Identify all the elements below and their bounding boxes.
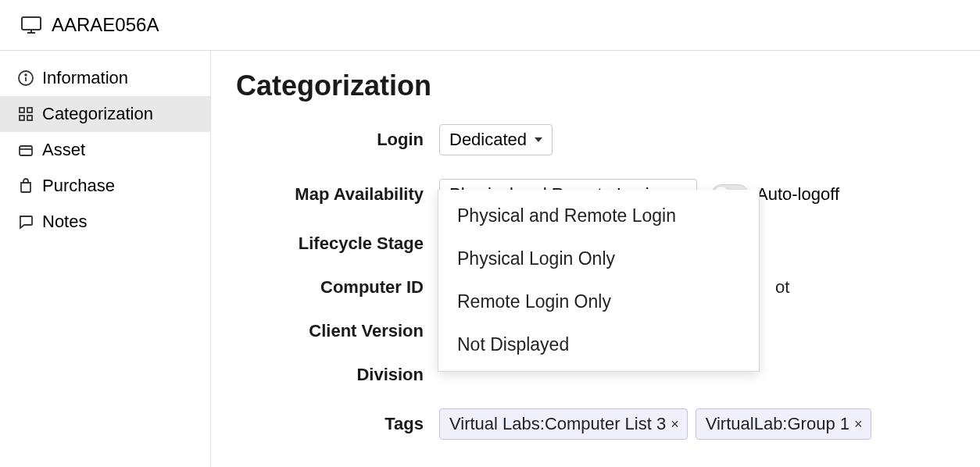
- login-label: Login: [236, 130, 439, 150]
- sidebar-item-label: Asset: [42, 140, 85, 160]
- form-row-login: Login Dedicated: [236, 124, 974, 155]
- monitor-icon: [20, 16, 42, 34]
- sidebar-item-label: Purchase: [42, 176, 115, 196]
- map-availability-label: Map Availability: [236, 184, 439, 205]
- caret-down-icon: [535, 137, 542, 142]
- info-icon: [17, 70, 34, 87]
- tag-chip-label: VirtualLab:Group 1: [706, 414, 849, 434]
- map-availability-dropdown-menu: Physical and Remote Login Physical Login…: [438, 190, 760, 372]
- svg-point-5: [25, 74, 27, 76]
- tag-remove-icon[interactable]: ×: [854, 417, 863, 431]
- svg-rect-8: [20, 116, 24, 120]
- client-version-label: Client Version: [236, 321, 439, 341]
- sidebar-item-label: Information: [42, 68, 128, 88]
- tags-label: Tags: [236, 414, 439, 434]
- svg-rect-10: [20, 146, 32, 155]
- sidebar-item-notes[interactable]: Notes: [0, 204, 210, 240]
- page-header-title: AARAE056A: [52, 14, 159, 36]
- tag-remove-icon[interactable]: ×: [671, 417, 679, 431]
- sidebar-item-information[interactable]: Information: [0, 60, 210, 96]
- notes-icon: [17, 213, 34, 230]
- dropdown-option[interactable]: Not Displayed: [438, 323, 759, 366]
- login-dropdown[interactable]: Dedicated: [439, 124, 553, 155]
- purchase-icon: [17, 177, 34, 194]
- svg-rect-0: [22, 17, 41, 30]
- division-label: Division: [236, 365, 439, 385]
- tag-chip-label: Virtual Labs:Computer List 3: [449, 414, 666, 434]
- computer-id-label: Computer ID: [236, 277, 439, 298]
- asset-icon: [17, 141, 34, 159]
- sidebar-item-label: Notes: [42, 212, 87, 232]
- dropdown-option[interactable]: Remote Login Only: [438, 280, 759, 323]
- svg-rect-9: [27, 116, 32, 120]
- login-dropdown-value: Dedicated: [449, 130, 527, 150]
- computer-id-value-fragment: ot: [775, 277, 789, 298]
- page-title: Categorization: [236, 70, 974, 102]
- form-row-tags: Tags Virtual Labs:Computer List 3 × Virt…: [236, 408, 974, 440]
- grid-icon: [17, 105, 34, 123]
- tags-container: Virtual Labs:Computer List 3 × VirtualLa…: [439, 408, 871, 440]
- sidebar-item-label: Categorization: [42, 104, 153, 124]
- svg-rect-6: [20, 108, 24, 112]
- dropdown-option[interactable]: Physical Login Only: [438, 237, 759, 280]
- tag-chip[interactable]: Virtual Labs:Computer List 3 ×: [439, 408, 688, 440]
- dropdown-option[interactable]: Physical and Remote Login: [438, 194, 759, 237]
- svg-rect-7: [27, 108, 32, 112]
- sidebar-item-purchase[interactable]: Purchase: [0, 168, 210, 204]
- main-panel: Categorization Login Dedicated Map Avail…: [211, 51, 980, 467]
- sidebar-item-categorization[interactable]: Categorization: [0, 96, 210, 132]
- auto-logoff-label: Auto-logoff: [756, 184, 839, 205]
- lifecycle-label: Lifecycle Stage: [236, 234, 439, 254]
- tag-chip[interactable]: VirtualLab:Group 1 ×: [696, 408, 871, 440]
- sidebar: Information Categorization Asset: [0, 51, 211, 467]
- header: AARAE056A: [0, 0, 980, 50]
- sidebar-item-asset[interactable]: Asset: [0, 132, 210, 168]
